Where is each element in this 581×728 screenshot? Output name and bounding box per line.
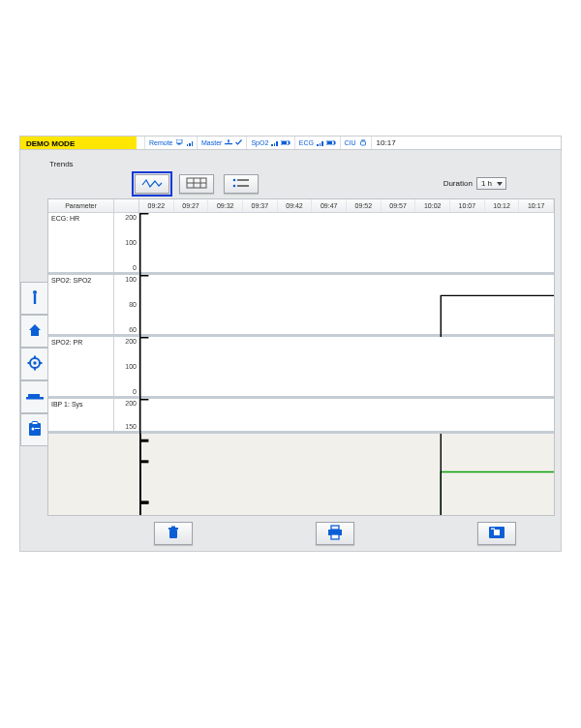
svg-rect-26 bbox=[32, 421, 38, 424]
clipboard-icon bbox=[28, 421, 42, 440]
status-ciu[interactable]: CIU bbox=[340, 136, 371, 149]
svg-rect-3 bbox=[225, 143, 232, 144]
rail-patient-button[interactable] bbox=[20, 282, 47, 315]
time-tick: 09:22 bbox=[139, 199, 174, 212]
main-area: Trends Duration 1 h bbox=[47, 156, 555, 516]
svg-point-2 bbox=[228, 139, 229, 141]
battery-icon bbox=[326, 139, 336, 146]
svg-marker-16 bbox=[29, 324, 41, 336]
svg-rect-72 bbox=[491, 529, 495, 530]
print-button[interactable] bbox=[316, 522, 354, 545]
save-icon bbox=[488, 526, 505, 541]
status-label: Master bbox=[201, 139, 222, 146]
y-axis-ticks: 200150 bbox=[114, 399, 139, 431]
svg-rect-28 bbox=[35, 428, 40, 429]
view-list-button[interactable] bbox=[224, 174, 259, 194]
svg-rect-9 bbox=[334, 141, 336, 144]
waveform-icon bbox=[141, 177, 163, 191]
parameter-label: SPO2: SPO2 bbox=[48, 275, 114, 334]
view-graph-button[interactable] bbox=[135, 174, 169, 194]
svg-rect-6 bbox=[289, 141, 290, 144]
battery-icon bbox=[281, 139, 290, 146]
time-tick: 09:27 bbox=[174, 199, 209, 212]
delete-button[interactable] bbox=[154, 522, 193, 545]
trend-header: Parameter 09:2209:2709:3209:3709:4209:47… bbox=[48, 199, 554, 213]
trash-icon bbox=[166, 525, 181, 542]
app-frame: DEMO MODE Remote Master SpO2 E bbox=[19, 136, 562, 552]
duration-label: Duration bbox=[443, 179, 473, 188]
status-remote[interactable]: Remote bbox=[144, 136, 197, 149]
svg-rect-1 bbox=[177, 143, 180, 145]
check-icon bbox=[235, 139, 242, 146]
time-tick: 09:52 bbox=[347, 199, 382, 212]
y-axis-ticks: 2001000 bbox=[114, 213, 139, 272]
status-label: ECG bbox=[299, 139, 314, 146]
svg-rect-15 bbox=[33, 294, 35, 304]
plug-icon bbox=[359, 139, 367, 147]
time-tick: 09:42 bbox=[278, 199, 313, 212]
rail-bed-button[interactable] bbox=[20, 380, 47, 413]
svg-rect-23 bbox=[26, 397, 44, 400]
rail-settings-button[interactable] bbox=[20, 348, 47, 380]
status-label: Remote bbox=[149, 139, 173, 146]
trend-plot[interactable] bbox=[139, 399, 554, 431]
page-title: Trends bbox=[49, 160, 555, 168]
trend-row: SPO2: PR2001000 bbox=[48, 337, 554, 399]
svg-rect-71 bbox=[494, 530, 500, 535]
duration-control: Duration 1 h bbox=[443, 177, 506, 190]
print-icon bbox=[326, 525, 344, 542]
svg-rect-10 bbox=[327, 141, 332, 144]
time-tick: 09:57 bbox=[382, 199, 416, 212]
trend-plot[interactable] bbox=[139, 337, 554, 396]
rail-records-button[interactable] bbox=[20, 413, 47, 446]
bottom-toolbar bbox=[47, 520, 555, 547]
bed-icon bbox=[26, 390, 44, 405]
view-table-button[interactable] bbox=[179, 174, 214, 194]
svg-rect-11 bbox=[360, 141, 365, 145]
trend-panel: Parameter 09:2209:2709:3209:3709:4209:47… bbox=[47, 198, 555, 516]
trend-row: ECG: HR2001000 bbox=[48, 213, 554, 275]
time-tick: 10:02 bbox=[415, 199, 450, 212]
signal-icon bbox=[271, 140, 278, 146]
side-rail bbox=[20, 282, 47, 446]
list-icon bbox=[230, 177, 252, 191]
patient-icon bbox=[28, 288, 42, 309]
svg-point-18 bbox=[33, 361, 36, 364]
status-spo2[interactable]: SpO2 bbox=[246, 136, 293, 149]
svg-rect-36 bbox=[237, 185, 249, 187]
svg-rect-24 bbox=[28, 394, 40, 397]
svg-rect-0 bbox=[176, 139, 182, 143]
gear-icon bbox=[27, 355, 43, 374]
status-master[interactable]: Master bbox=[197, 136, 246, 149]
time-tick: 10:12 bbox=[485, 199, 520, 212]
duration-select[interactable]: 1 h bbox=[476, 177, 506, 190]
svg-point-33 bbox=[233, 179, 236, 182]
svg-rect-69 bbox=[331, 534, 339, 539]
time-tick: 09:47 bbox=[312, 199, 347, 212]
status-ecg[interactable]: ECG bbox=[294, 136, 340, 149]
scale-column-header bbox=[114, 199, 139, 212]
monitor-icon bbox=[176, 139, 184, 146]
status-label: SpO2 bbox=[251, 139, 268, 146]
parameter-label: ECG: HR bbox=[48, 213, 114, 272]
trend-plot[interactable] bbox=[139, 213, 554, 272]
clock: 10:17 bbox=[371, 136, 401, 149]
parameter-column-header: Parameter bbox=[48, 199, 114, 212]
status-label: CIU bbox=[345, 139, 356, 146]
parameter-label: SPO2: PR bbox=[48, 337, 114, 396]
svg-point-14 bbox=[33, 290, 37, 294]
trend-row: SPO2: SPO21008060 bbox=[48, 275, 554, 337]
demo-mode-badge: DEMO MODE bbox=[20, 136, 137, 149]
parameter-label: IBP 1: Sys bbox=[48, 399, 114, 431]
save-button[interactable] bbox=[477, 522, 516, 545]
svg-point-27 bbox=[31, 427, 34, 430]
table-icon bbox=[186, 177, 207, 191]
top-status-bar: DEMO MODE Remote Master SpO2 E bbox=[20, 136, 561, 150]
time-tick: 09:37 bbox=[243, 199, 278, 212]
svg-rect-7 bbox=[282, 141, 287, 144]
trend-plot[interactable] bbox=[139, 275, 554, 334]
svg-rect-64 bbox=[169, 530, 177, 538]
y-axis-ticks: 1008060 bbox=[114, 275, 139, 334]
rail-home-button[interactable] bbox=[20, 315, 47, 348]
svg-rect-68 bbox=[331, 526, 339, 530]
